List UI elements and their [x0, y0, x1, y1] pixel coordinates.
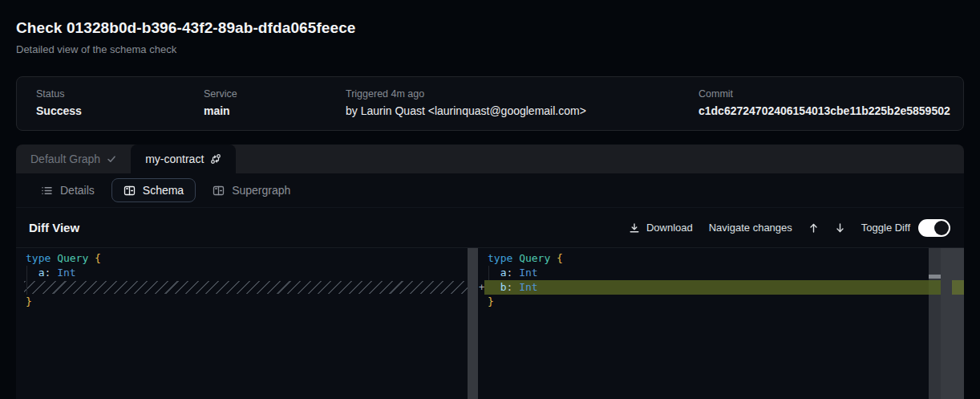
page-subtitle: Detailed view of the schema check [16, 43, 355, 55]
graph-tab-label: my-contract [145, 153, 204, 165]
service-label: Service [204, 88, 346, 100]
columns-icon [213, 185, 225, 197]
commit-value: c1dc62724702406154013cbe11b225b2e5859502 [699, 104, 963, 117]
triggered-label: Triggered 4m ago [346, 88, 699, 100]
added-line-overview-marker [929, 280, 941, 295]
schema-check-page: Check 01328b0d-b396-43f2-89ab-dfda065fee… [0, 0, 980, 399]
added-line-marker: + [478, 280, 485, 295]
tab-details[interactable]: Details [29, 178, 107, 202]
arrow-up-icon [808, 222, 819, 234]
schema-diff-editor: type Query { a: Int} type Query { a: Int… [16, 247, 964, 399]
status-label: Status [36, 88, 204, 100]
service-value: main [204, 104, 346, 117]
original-pane-scrollbar[interactable] [468, 248, 478, 399]
tab-schema[interactable]: Schema [111, 178, 196, 202]
code-line: a: Int [16, 266, 468, 280]
graph-tab-label: Default Graph [30, 153, 100, 165]
modified-pane-scrollbar[interactable] [941, 248, 964, 399]
diff-overview-ruler[interactable] [929, 248, 941, 399]
tab-supergraph[interactable]: Supergraph [200, 178, 302, 202]
meta-commit: Commit c1dc62724702406154013cbe11b225b2e… [699, 88, 963, 117]
graph-tabstrip: Default Graph my-contract [16, 145, 964, 173]
navigate-changes-label: Navigate changes [709, 222, 792, 234]
meta-status: Status Success [36, 88, 204, 117]
check-detail-panel: Default Graph my-contract [16, 145, 964, 399]
view-tab-label: Details [60, 184, 95, 197]
page-header: Check 01328b0d-b396-43f2-89ab-dfda065fee… [16, 19, 355, 55]
page-title: Check 01328b0d-b396-43f2-89ab-dfda065fee… [16, 19, 355, 37]
code-line-added: + b: Int [478, 280, 929, 295]
diff-view-header: Diff View Download Navigate changes [16, 207, 964, 247]
meta-triggered: Triggered 4m ago by Laurin Quast <laurin… [346, 88, 699, 117]
added-line-scrollbar-marker [952, 280, 964, 295]
git-compare-icon [210, 153, 221, 165]
triggered-value: by Laurin Quast <laurinquast@googlemail.… [346, 104, 699, 117]
code-line: type Query { [478, 251, 929, 266]
next-change-button[interactable] [835, 222, 845, 234]
download-icon [629, 222, 640, 234]
diff-view-title: Diff View [29, 221, 79, 234]
columns-icon [124, 185, 136, 197]
code-line: type Query { [16, 251, 468, 266]
toggle-diff-label: Toggle Diff [861, 222, 910, 234]
toggle-diff-group: Toggle Diff [861, 219, 950, 237]
check-meta-card: Status Success Service main Triggered 4m… [16, 76, 964, 131]
code-line: } [16, 295, 468, 309]
download-button[interactable]: Download [629, 222, 693, 234]
check-icon [107, 154, 116, 164]
view-tab-label: Schema [143, 184, 184, 197]
download-label: Download [646, 222, 693, 234]
tab-my-contract[interactable]: my-contract [131, 145, 236, 173]
meta-service: Service main [204, 88, 346, 117]
diff-filler-line [16, 280, 468, 295]
view-tabstrip: Details Schema Supergraph [16, 173, 964, 207]
switch-knob [934, 221, 949, 235]
toggle-diff-switch[interactable] [918, 219, 950, 237]
tab-default-graph[interactable]: Default Graph [16, 145, 131, 173]
diff-editor-modified-pane[interactable]: type Query { a: Int+ b: Int} [478, 248, 929, 399]
overview-slider [929, 275, 941, 279]
diff-toolbar: Download Navigate changes Toggle Diff [629, 219, 950, 237]
arrow-down-icon [835, 222, 845, 234]
view-tab-label: Supergraph [232, 184, 290, 197]
previous-change-button[interactable] [808, 222, 819, 234]
commit-label: Commit [699, 88, 963, 100]
list-icon [41, 185, 53, 197]
diff-editor-original-pane[interactable]: type Query { a: Int} [16, 248, 468, 399]
code-line: a: Int [478, 266, 929, 280]
code-line: } [478, 295, 929, 309]
status-value: Success [36, 104, 204, 117]
